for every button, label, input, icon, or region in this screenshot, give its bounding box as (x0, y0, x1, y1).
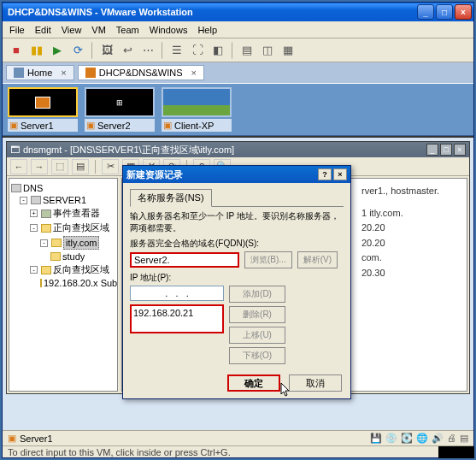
tab-current[interactable]: DHCP&DNS&WINS× (78, 65, 204, 80)
titlebar: DHCP&DNS&WINS - VMware Workstation _ □ × (3, 3, 473, 21)
toolbar: ■ ▮▮ ▶ ⟳ 🖼 ↩ ⋯ ☰ ⛶ ◧ ▤ ◫ ▦ (3, 38, 473, 62)
dialog-footer: 确定 取消 (123, 369, 350, 397)
menu-windows[interactable]: Windows (150, 25, 188, 35)
poweroff-button[interactable]: ■ (8, 42, 25, 59)
instruction-text: 输入服务器名和至少一个 IP 地址。要识别名称服务器，两项都需要。 (130, 210, 344, 234)
ip-label: IP 地址(P): (130, 272, 344, 284)
remove-button[interactable]: 删除(R) (229, 306, 285, 323)
close-button[interactable]: × (333, 168, 347, 180)
watermark-icon (438, 446, 474, 458)
dnsmgmt-titlebar: 🗔 dnsmgmt - [DNS\SERVER1\正向查找区域\itly.com… (7, 142, 469, 157)
thumb-server2[interactable]: ⊞ ▣Server2 (85, 87, 155, 132)
status-vm-name: Server1 (20, 433, 53, 444)
unity-button[interactable]: ◧ (209, 42, 226, 59)
close-button[interactable]: × (455, 4, 472, 20)
new-resource-record-dialog: 新建资源记录 ? × 名称服务器(NS) 输入服务器名和至少一个 IP 地址。要… (122, 165, 351, 399)
reset-button[interactable]: ⟳ (69, 42, 86, 59)
dialog-titlebar: 新建资源记录 ? × (123, 166, 350, 183)
menu-view[interactable]: View (62, 25, 82, 35)
thumb-server1[interactable]: ▣Server1 (8, 87, 78, 132)
device-icon[interactable]: 💿 (385, 433, 397, 444)
minimize-button[interactable]: _ (417, 4, 434, 20)
fullscreen-button[interactable]: ⛶ (189, 42, 206, 59)
device-icon[interactable]: 🌐 (416, 433, 428, 444)
menu-edit[interactable]: Edit (35, 25, 51, 35)
host-statusbar: ▣ Server1 💾 💿 💽 🌐 🔊 🖨 ▤ (3, 430, 473, 445)
host-hint: To direct input to this VM, click inside… (3, 445, 473, 457)
fqdn-input[interactable] (130, 252, 239, 268)
vmware-main-window: DHCP&DNS&WINS - VMware Workstation _ □ ×… (2, 2, 474, 458)
app-icon: 🗔 (10, 144, 20, 155)
vm-icon (35, 97, 50, 109)
dialog-tabs: 名称服务器(NS) (130, 188, 344, 207)
device-icon[interactable]: 💽 (401, 433, 413, 444)
suspend-button[interactable]: ▮▮ (28, 42, 45, 59)
thumb-clientxp[interactable]: ▣Client-XP (162, 87, 232, 132)
ip-list[interactable]: 192.168.20.21 (130, 304, 224, 333)
sidebar-button[interactable]: ☰ (168, 42, 185, 59)
cancel-button[interactable]: 取消 (289, 374, 342, 392)
fwd-button[interactable]: → (31, 159, 48, 174)
menu-vm[interactable]: VM (91, 25, 106, 35)
vm-icon: ▣ (8, 433, 16, 444)
menubar: File Edit View VM Team Windows Help (3, 21, 473, 38)
ip-list-item[interactable]: 192.168.20.21 (133, 308, 220, 318)
back-button[interactable]: ← (10, 159, 27, 174)
manage-button[interactable]: ⋯ (139, 42, 156, 59)
menu-file[interactable]: File (9, 25, 25, 35)
tab-ns[interactable]: 名称服务器(NS) (130, 189, 212, 207)
ip-input[interactable] (130, 286, 224, 301)
menu-team[interactable]: Team (116, 25, 139, 35)
device-icon[interactable]: ▤ (460, 433, 468, 444)
home-icon (14, 68, 24, 78)
menu-help[interactable]: Help (197, 25, 217, 35)
toolbar-btn-b[interactable]: ◫ (259, 42, 276, 59)
tab-home[interactable]: Home× (6, 65, 74, 80)
toolbar-btn-c[interactable]: ▦ (279, 42, 297, 59)
cut-button[interactable]: ✂ (102, 159, 119, 174)
maximize-button[interactable]: □ (436, 4, 453, 20)
views-button[interactable]: ▤ (72, 159, 89, 174)
windows-logo-icon: ⊞ (116, 98, 123, 107)
tree-selected-zone[interactable]: itly.com (63, 236, 99, 250)
toolbar-btn-a[interactable]: ▤ (238, 42, 256, 59)
dnsmgmt-title: dnsmgmt - [DNS\SERVER1\正向查找区域\itly.com] (23, 144, 234, 156)
up-button[interactable]: ⬚ (51, 159, 68, 174)
moveup-button[interactable]: 上移(U) (229, 327, 285, 344)
ok-button[interactable]: 确定 (227, 374, 280, 392)
snapshot-button[interactable]: 🖼 (98, 42, 115, 59)
device-icon[interactable]: 🖨 (447, 433, 456, 444)
help-button[interactable]: ? (318, 168, 332, 180)
add-button[interactable]: 添加(D) (229, 286, 285, 303)
xp-wallpaper-icon (163, 89, 230, 115)
window-title: DHCP&DNS&WINS - VMware Workstation (8, 7, 193, 17)
browse-button[interactable]: 浏览(B)... (244, 251, 292, 268)
close-icon[interactable]: × (191, 68, 197, 78)
vm-icon (85, 68, 96, 78)
vm-thumbnails: ▣Server1 ⊞ ▣Server2 ▣Client-XP (3, 83, 473, 136)
movedown-button[interactable]: 下移(O) (229, 347, 285, 364)
revert-button[interactable]: ↩ (119, 42, 136, 59)
maximize-button[interactable]: □ (440, 144, 452, 156)
device-icon[interactable]: 💾 (370, 433, 382, 444)
guest-display[interactable]: 🗔 dnsmgmt - [DNS\SERVER1\正向查找区域\itly.com… (3, 136, 473, 457)
fqdn-label: 服务器完全合格的域名(FQDN)(S): (130, 238, 344, 250)
resolve-button[interactable]: 解析(V) (297, 251, 338, 268)
close-icon[interactable]: × (61, 68, 66, 78)
minimize-button[interactable]: _ (426, 144, 438, 156)
vm-tabs: Home× DHCP&DNS&WINS× (3, 62, 473, 83)
dns-tree[interactable]: DNS -SERVER1 +事件查看器 -正向查找区域 -itly.com st… (9, 178, 118, 392)
close-button[interactable]: × (454, 144, 466, 156)
device-icon[interactable]: 🔊 (432, 433, 444, 444)
poweron-button[interactable]: ▶ (49, 42, 66, 59)
